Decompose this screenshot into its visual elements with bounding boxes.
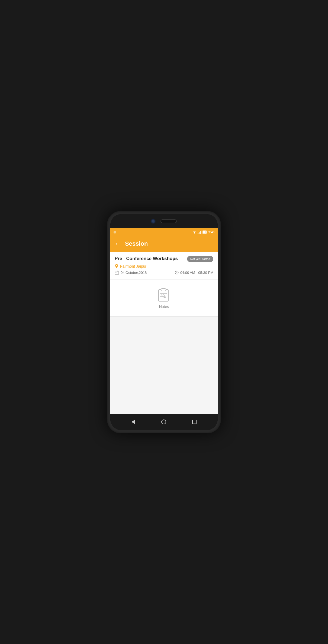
wifi-icon	[192, 230, 197, 234]
session-header: Pre - Conference Workshops Not yet Start…	[115, 256, 213, 262]
notes-clipboard-icon	[157, 287, 171, 302]
svg-rect-3	[200, 231, 201, 234]
svg-rect-18	[159, 290, 168, 301]
back-button[interactable]: ←	[115, 241, 121, 247]
session-time: 04:00 AM - 05:30 PM	[175, 271, 213, 275]
svg-rect-12	[115, 273, 116, 273]
svg-point-0	[194, 233, 195, 233]
svg-rect-7	[203, 231, 205, 233]
battery-icon	[202, 230, 207, 234]
svg-rect-13	[117, 273, 117, 273]
back-nav-button[interactable]	[131, 419, 135, 424]
phone-device: 9:43 ← Session Pre - Conference Workshop…	[107, 211, 221, 433]
time-range-text: 04:00 AM - 05:30 PM	[180, 271, 213, 275]
phone-hardware-top	[110, 214, 218, 228]
status-left	[114, 231, 116, 233]
session-meta: 04 October,2018 04:00 AM - 05:30 PM	[115, 271, 213, 275]
signal-icon	[198, 230, 201, 234]
svg-line-17	[177, 273, 178, 273]
screen: 9:43 ← Session Pre - Conference Workshop…	[110, 228, 218, 414]
phone-inner: 9:43 ← Session Pre - Conference Workshop…	[110, 214, 218, 430]
svg-rect-1	[198, 233, 198, 234]
session-date: 04 October,2018	[115, 271, 147, 275]
app-bar-title: Session	[125, 240, 148, 247]
notes-icon-container	[157, 287, 171, 302]
recents-nav-button[interactable]	[192, 420, 197, 424]
clock-icon	[175, 271, 179, 274]
main-content: Pre - Conference Workshops Not yet Start…	[110, 252, 218, 414]
camera	[151, 219, 155, 223]
svg-rect-2	[199, 232, 200, 234]
notes-section[interactable]: Notes	[110, 280, 218, 317]
time-display: 9:43	[208, 230, 214, 234]
status-badge: Not yet Started	[187, 256, 213, 262]
svg-rect-19	[161, 289, 166, 291]
speaker	[160, 219, 177, 223]
date-text: 04 October,2018	[121, 271, 147, 275]
status-bar: 9:43	[110, 228, 218, 236]
session-card: Pre - Conference Workshops Not yet Start…	[110, 252, 218, 279]
app-bar: ← Session	[110, 236, 218, 252]
location-icon	[115, 264, 118, 268]
svg-rect-4	[201, 230, 201, 234]
status-right: 9:43	[192, 230, 214, 234]
home-nav-button[interactable]	[161, 419, 166, 424]
notes-label: Notes	[159, 305, 169, 309]
session-title: Pre - Conference Workshops	[115, 256, 187, 261]
session-location-row: Fairmont Jaipur	[115, 264, 213, 268]
svg-rect-6	[207, 231, 207, 233]
location-text: Fairmont Jaipur	[120, 264, 146, 268]
svg-rect-11	[117, 271, 118, 272]
status-dot	[114, 231, 116, 233]
phone-nav-bar	[110, 414, 218, 430]
svg-rect-14	[118, 273, 118, 273]
svg-rect-10	[116, 271, 116, 272]
calendar-icon	[115, 271, 119, 275]
